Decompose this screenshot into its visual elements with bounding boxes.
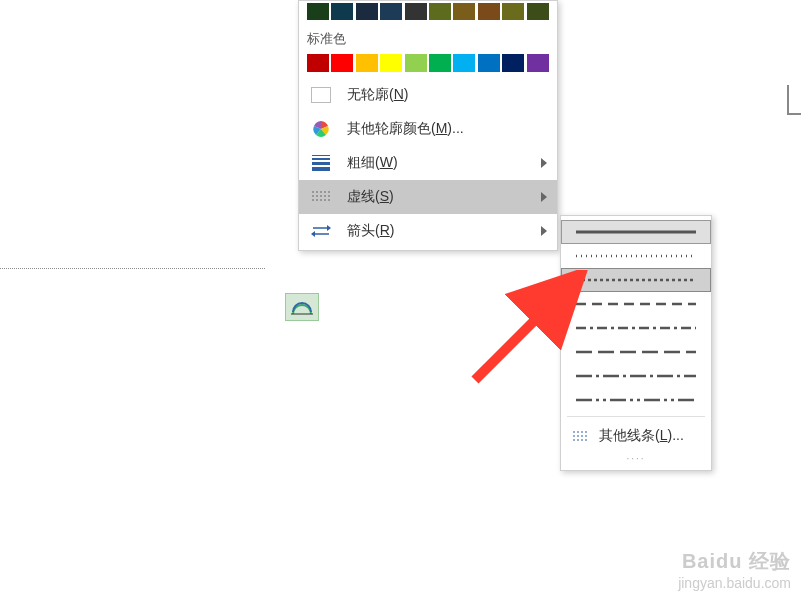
color-swatch[interactable] — [307, 54, 329, 72]
color-swatch[interactable] — [356, 3, 378, 20]
rainbow-arc-icon — [291, 298, 313, 316]
color-swatch[interactable] — [380, 3, 402, 20]
color-swatch[interactable] — [331, 3, 353, 20]
color-swatch[interactable] — [502, 54, 524, 72]
outline-dropdown-menu: 标准色 无轮廓(N) 其他轮廓颜色(M)... 粗细(W) 虚线(S) 箭头(R… — [298, 0, 558, 251]
color-swatch[interactable] — [527, 3, 549, 20]
dash-style-long-dash-dot-dot[interactable] — [561, 388, 711, 412]
dash-style-square-dot[interactable] — [561, 268, 711, 292]
more-lines-item[interactable]: 其他线条(L)... — [561, 421, 711, 451]
dash-style-submenu: 其他线条(L)...···· — [560, 215, 712, 471]
page-corner-mark — [787, 85, 801, 115]
more-outline-colors-item[interactable]: 其他轮廓颜色(M)... — [299, 112, 557, 146]
dash-icon — [309, 187, 333, 207]
theme-color-grid — [299, 1, 557, 26]
color-swatch[interactable] — [453, 3, 475, 20]
more-lines-label: 其他线条(L)... — [599, 427, 701, 445]
color-swatch[interactable] — [405, 3, 427, 20]
color-wheel-icon — [309, 119, 333, 139]
color-swatch[interactable] — [478, 3, 500, 20]
submenu-arrow-icon — [541, 226, 547, 236]
submenu-arrow-icon — [541, 158, 547, 168]
no-outline-label: 无轮廓(N) — [347, 86, 547, 104]
canvas-guide-line — [0, 268, 265, 269]
color-swatch[interactable] — [356, 54, 378, 72]
dash-style-dash[interactable] — [561, 292, 711, 316]
watermark-url: jingyan.baidu.com — [678, 574, 791, 592]
resize-handle[interactable]: ···· — [561, 451, 711, 466]
color-swatch[interactable] — [405, 54, 427, 72]
weight-icon — [309, 153, 333, 173]
more-lines-icon — [571, 426, 591, 446]
svg-marker-6 — [327, 225, 331, 231]
no-outline-icon — [309, 85, 333, 105]
color-swatch[interactable] — [429, 3, 451, 20]
more-colors-label: 其他轮廓颜色(M)... — [347, 120, 547, 138]
no-outline-item[interactable]: 无轮廓(N) — [299, 78, 557, 112]
shape-style-thumbnail[interactable] — [285, 293, 319, 321]
arrow-label: 箭头(R) — [347, 222, 541, 240]
color-swatch[interactable] — [380, 54, 402, 72]
color-swatch[interactable] — [478, 54, 500, 72]
dash-style-long-dash[interactable] — [561, 340, 711, 364]
submenu-arrow-icon — [541, 192, 547, 202]
dash-label: 虚线(S) — [347, 188, 541, 206]
dash-style-solid[interactable] — [561, 220, 711, 244]
dash-style-dash-dot[interactable] — [561, 316, 711, 340]
arrows-icon — [309, 221, 333, 241]
standard-colors-label: 标准色 — [299, 26, 557, 52]
color-swatch[interactable] — [502, 3, 524, 20]
svg-marker-8 — [311, 231, 315, 237]
color-swatch[interactable] — [453, 54, 475, 72]
color-swatch[interactable] — [527, 54, 549, 72]
watermark: Baidu 经验 jingyan.baidu.com — [678, 548, 791, 592]
weight-label: 粗细(W) — [347, 154, 541, 172]
dash-style-long-dash-dot[interactable] — [561, 364, 711, 388]
color-swatch[interactable] — [429, 54, 451, 72]
dash-style-round-dot[interactable] — [561, 244, 711, 268]
standard-color-grid — [299, 52, 557, 78]
dash-item[interactable]: 虚线(S) — [299, 180, 557, 214]
arrow-item[interactable]: 箭头(R) — [299, 214, 557, 248]
color-swatch[interactable] — [307, 3, 329, 20]
color-swatch[interactable] — [331, 54, 353, 72]
separator — [567, 416, 705, 417]
watermark-brand: Baidu 经验 — [678, 548, 791, 574]
weight-item[interactable]: 粗细(W) — [299, 146, 557, 180]
